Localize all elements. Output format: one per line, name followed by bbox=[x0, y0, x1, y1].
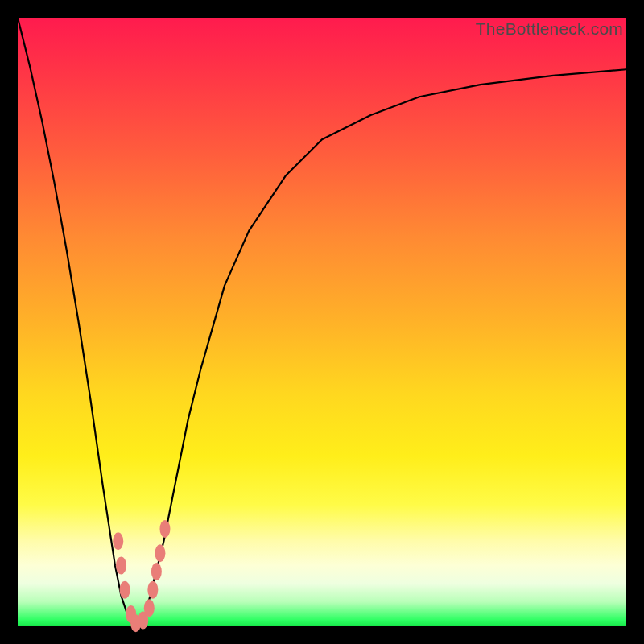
plot-area bbox=[18, 18, 626, 626]
curve-marker bbox=[113, 532, 123, 550]
chart-frame: TheBottleneck.com bbox=[0, 0, 644, 644]
curve-marker bbox=[155, 544, 165, 562]
curve-marker bbox=[116, 556, 126, 574]
curve-line bbox=[18, 18, 626, 626]
curve-marker bbox=[151, 563, 162, 580]
watermark-text: TheBottleneck.com bbox=[476, 19, 623, 39]
curve-marker bbox=[144, 599, 155, 617]
curve-markers bbox=[113, 520, 170, 632]
bottleneck-curve bbox=[18, 18, 626, 626]
curve-marker bbox=[147, 581, 158, 599]
curve-marker bbox=[120, 581, 130, 599]
curve-marker bbox=[159, 520, 170, 538]
